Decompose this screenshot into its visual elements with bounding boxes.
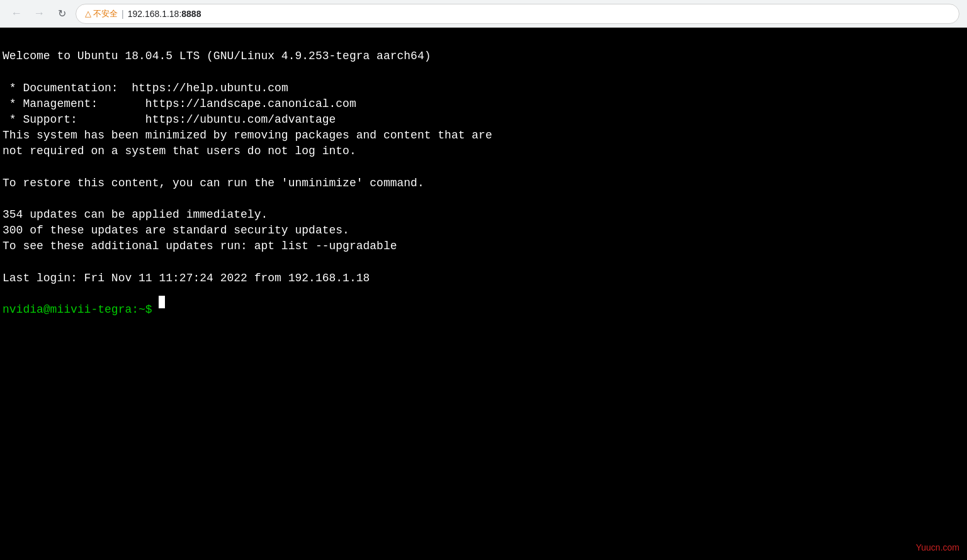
warning-icon: △: [85, 9, 91, 18]
minimized-line1: This system has been minimized by removi…: [3, 129, 492, 142]
reload-button[interactable]: ↻: [53, 5, 71, 23]
mgmt-line: * Management: https://landscape.canonica…: [3, 98, 356, 110]
welcome-line: Welcome to Ubuntu 18.04.5 LTS (GNU/Linux…: [3, 50, 431, 62]
updates-line2: 300 of these updates are standard securi…: [3, 224, 349, 237]
updates-line1: 354 updates can be applied immediately.: [3, 208, 268, 221]
security-label: 不安全: [93, 8, 118, 20]
security-warning: △ 不安全: [85, 8, 118, 20]
restore-line: To restore this content, you can run the…: [3, 177, 424, 189]
terminal-window[interactable]: Welcome to Ubuntu 18.04.5 LTS (GNU/Linux…: [0, 28, 967, 560]
browser-toolbar: ← → ↻ △ 不安全 | 192.168.1.18:8888: [0, 0, 967, 28]
address-divider: |: [122, 9, 124, 19]
terminal-prompt: nvidia@miivii-tegra:~$: [3, 286, 159, 318]
forward-button[interactable]: →: [30, 5, 48, 23]
doc-line: * Documentation: https://help.ubuntu.com: [3, 82, 288, 94]
prompt-text: nvidia@miivii-tegra:~$: [3, 303, 159, 316]
terminal-output: Welcome to Ubuntu 18.04.5 LTS (GNU/Linux…: [3, 33, 964, 286]
cursor: [159, 296, 165, 308]
last-login: Last login: Fri Nov 11 11:27:24 2022 fro…: [3, 272, 370, 284]
minimized-line2: not required on a system that users do n…: [3, 145, 356, 157]
back-button[interactable]: ←: [8, 5, 25, 23]
prompt-line[interactable]: nvidia@miivii-tegra:~$: [3, 286, 964, 318]
address-bar[interactable]: △ 不安全 | 192.168.1.18:8888: [76, 4, 959, 24]
watermark: Yuucn.com: [916, 542, 959, 552]
address-text: 192.168.1.18:8888: [128, 9, 201, 19]
support-line: * Support: https://ubuntu.com/advantage: [3, 113, 336, 126]
updates-line3: To see these additional updates run: apt…: [3, 240, 397, 252]
